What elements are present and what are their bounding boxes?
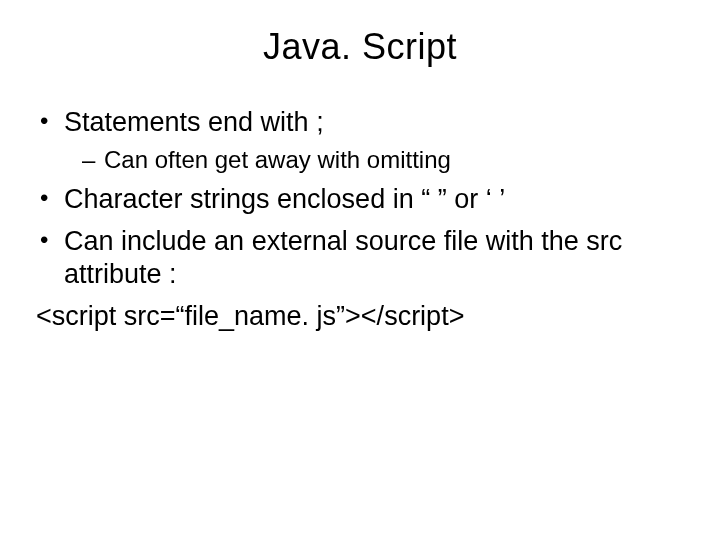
sub-bullet-item-1: Can often get away with omitting [64, 144, 684, 175]
bullet-item-1: Statements end with ; Can often get away… [36, 106, 684, 175]
sub-bullet-list: Can often get away with omitting [64, 144, 684, 175]
bullet-item-2: Character strings enclosed in “ ” or ‘ ’ [36, 183, 684, 217]
slide: Java. Script Statements end with ; Can o… [0, 0, 720, 540]
sub-bullet-text-1: Can often get away with omitting [104, 146, 451, 173]
bullet-text-3: Can include an external source file with… [64, 226, 622, 290]
bullet-text-2: Character strings enclosed in “ ” or ‘ ’ [64, 184, 505, 214]
bullet-list: Statements end with ; Can often get away… [36, 106, 684, 292]
slide-title: Java. Script [36, 26, 684, 68]
code-example: <script src=“file_name. js”></script> [36, 300, 684, 334]
bullet-item-3: Can include an external source file with… [36, 225, 684, 293]
bullet-text-1: Statements end with ; [64, 107, 324, 137]
